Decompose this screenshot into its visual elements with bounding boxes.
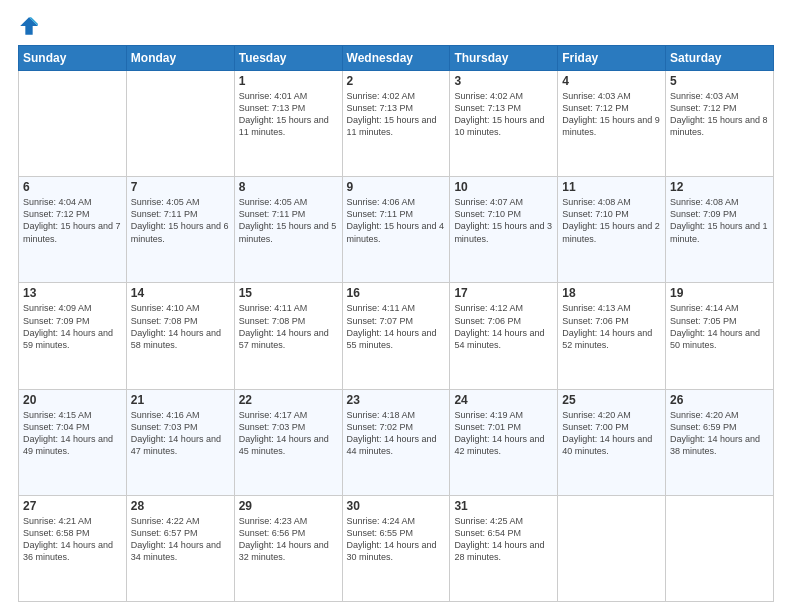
day-number: 13	[23, 286, 122, 300]
day-info: Sunrise: 4:04 AMSunset: 7:12 PMDaylight:…	[23, 196, 122, 245]
calendar-cell: 21Sunrise: 4:16 AMSunset: 7:03 PMDayligh…	[126, 389, 234, 495]
calendar-cell: 6Sunrise: 4:04 AMSunset: 7:12 PMDaylight…	[19, 177, 127, 283]
calendar-cell: 7Sunrise: 4:05 AMSunset: 7:11 PMDaylight…	[126, 177, 234, 283]
day-info: Sunrise: 4:03 AMSunset: 7:12 PMDaylight:…	[670, 90, 769, 139]
weekday-header-tuesday: Tuesday	[234, 46, 342, 71]
week-row-4: 20Sunrise: 4:15 AMSunset: 7:04 PMDayligh…	[19, 389, 774, 495]
day-info: Sunrise: 4:23 AMSunset: 6:56 PMDaylight:…	[239, 515, 338, 564]
day-info: Sunrise: 4:19 AMSunset: 7:01 PMDaylight:…	[454, 409, 553, 458]
day-number: 1	[239, 74, 338, 88]
day-info: Sunrise: 4:18 AMSunset: 7:02 PMDaylight:…	[347, 409, 446, 458]
day-info: Sunrise: 4:24 AMSunset: 6:55 PMDaylight:…	[347, 515, 446, 564]
week-row-5: 27Sunrise: 4:21 AMSunset: 6:58 PMDayligh…	[19, 495, 774, 601]
day-number: 14	[131, 286, 230, 300]
day-number: 11	[562, 180, 661, 194]
page: SundayMondayTuesdayWednesdayThursdayFrid…	[0, 0, 792, 612]
calendar-cell: 22Sunrise: 4:17 AMSunset: 7:03 PMDayligh…	[234, 389, 342, 495]
day-number: 22	[239, 393, 338, 407]
day-info: Sunrise: 4:21 AMSunset: 6:58 PMDaylight:…	[23, 515, 122, 564]
day-info: Sunrise: 4:16 AMSunset: 7:03 PMDaylight:…	[131, 409, 230, 458]
day-number: 21	[131, 393, 230, 407]
calendar-cell: 29Sunrise: 4:23 AMSunset: 6:56 PMDayligh…	[234, 495, 342, 601]
calendar-cell: 30Sunrise: 4:24 AMSunset: 6:55 PMDayligh…	[342, 495, 450, 601]
day-info: Sunrise: 4:06 AMSunset: 7:11 PMDaylight:…	[347, 196, 446, 245]
day-number: 29	[239, 499, 338, 513]
weekday-header-sunday: Sunday	[19, 46, 127, 71]
calendar-cell: 12Sunrise: 4:08 AMSunset: 7:09 PMDayligh…	[666, 177, 774, 283]
calendar-cell: 25Sunrise: 4:20 AMSunset: 7:00 PMDayligh…	[558, 389, 666, 495]
day-info: Sunrise: 4:09 AMSunset: 7:09 PMDaylight:…	[23, 302, 122, 351]
logo-icon	[18, 15, 40, 37]
calendar-cell: 23Sunrise: 4:18 AMSunset: 7:02 PMDayligh…	[342, 389, 450, 495]
day-number: 30	[347, 499, 446, 513]
calendar-cell: 8Sunrise: 4:05 AMSunset: 7:11 PMDaylight…	[234, 177, 342, 283]
day-number: 12	[670, 180, 769, 194]
calendar-cell	[19, 71, 127, 177]
day-number: 8	[239, 180, 338, 194]
day-number: 28	[131, 499, 230, 513]
day-info: Sunrise: 4:08 AMSunset: 7:09 PMDaylight:…	[670, 196, 769, 245]
calendar-cell: 17Sunrise: 4:12 AMSunset: 7:06 PMDayligh…	[450, 283, 558, 389]
day-info: Sunrise: 4:20 AMSunset: 6:59 PMDaylight:…	[670, 409, 769, 458]
calendar-cell: 15Sunrise: 4:11 AMSunset: 7:08 PMDayligh…	[234, 283, 342, 389]
day-info: Sunrise: 4:01 AMSunset: 7:13 PMDaylight:…	[239, 90, 338, 139]
day-number: 7	[131, 180, 230, 194]
day-number: 27	[23, 499, 122, 513]
day-number: 17	[454, 286, 553, 300]
day-info: Sunrise: 4:22 AMSunset: 6:57 PMDaylight:…	[131, 515, 230, 564]
day-number: 24	[454, 393, 553, 407]
calendar-cell: 24Sunrise: 4:19 AMSunset: 7:01 PMDayligh…	[450, 389, 558, 495]
day-info: Sunrise: 4:15 AMSunset: 7:04 PMDaylight:…	[23, 409, 122, 458]
day-number: 3	[454, 74, 553, 88]
week-row-2: 6Sunrise: 4:04 AMSunset: 7:12 PMDaylight…	[19, 177, 774, 283]
calendar-cell: 13Sunrise: 4:09 AMSunset: 7:09 PMDayligh…	[19, 283, 127, 389]
svg-marker-0	[20, 17, 38, 35]
day-info: Sunrise: 4:11 AMSunset: 7:08 PMDaylight:…	[239, 302, 338, 351]
weekday-header-row: SundayMondayTuesdayWednesdayThursdayFrid…	[19, 46, 774, 71]
day-info: Sunrise: 4:07 AMSunset: 7:10 PMDaylight:…	[454, 196, 553, 245]
calendar-cell: 1Sunrise: 4:01 AMSunset: 7:13 PMDaylight…	[234, 71, 342, 177]
day-number: 4	[562, 74, 661, 88]
day-info: Sunrise: 4:17 AMSunset: 7:03 PMDaylight:…	[239, 409, 338, 458]
calendar-cell: 26Sunrise: 4:20 AMSunset: 6:59 PMDayligh…	[666, 389, 774, 495]
day-number: 2	[347, 74, 446, 88]
calendar-cell: 14Sunrise: 4:10 AMSunset: 7:08 PMDayligh…	[126, 283, 234, 389]
calendar-cell: 10Sunrise: 4:07 AMSunset: 7:10 PMDayligh…	[450, 177, 558, 283]
calendar: SundayMondayTuesdayWednesdayThursdayFrid…	[18, 45, 774, 602]
day-number: 18	[562, 286, 661, 300]
calendar-cell: 16Sunrise: 4:11 AMSunset: 7:07 PMDayligh…	[342, 283, 450, 389]
calendar-cell: 27Sunrise: 4:21 AMSunset: 6:58 PMDayligh…	[19, 495, 127, 601]
calendar-cell: 3Sunrise: 4:02 AMSunset: 7:13 PMDaylight…	[450, 71, 558, 177]
weekday-header-monday: Monday	[126, 46, 234, 71]
header	[18, 15, 774, 37]
logo	[18, 15, 44, 37]
day-info: Sunrise: 4:14 AMSunset: 7:05 PMDaylight:…	[670, 302, 769, 351]
calendar-cell: 9Sunrise: 4:06 AMSunset: 7:11 PMDaylight…	[342, 177, 450, 283]
weekday-header-wednesday: Wednesday	[342, 46, 450, 71]
calendar-cell: 20Sunrise: 4:15 AMSunset: 7:04 PMDayligh…	[19, 389, 127, 495]
day-number: 20	[23, 393, 122, 407]
day-info: Sunrise: 4:12 AMSunset: 7:06 PMDaylight:…	[454, 302, 553, 351]
week-row-1: 1Sunrise: 4:01 AMSunset: 7:13 PMDaylight…	[19, 71, 774, 177]
weekday-header-thursday: Thursday	[450, 46, 558, 71]
calendar-cell: 31Sunrise: 4:25 AMSunset: 6:54 PMDayligh…	[450, 495, 558, 601]
day-info: Sunrise: 4:11 AMSunset: 7:07 PMDaylight:…	[347, 302, 446, 351]
day-number: 15	[239, 286, 338, 300]
calendar-cell: 4Sunrise: 4:03 AMSunset: 7:12 PMDaylight…	[558, 71, 666, 177]
day-info: Sunrise: 4:25 AMSunset: 6:54 PMDaylight:…	[454, 515, 553, 564]
weekday-header-saturday: Saturday	[666, 46, 774, 71]
day-info: Sunrise: 4:20 AMSunset: 7:00 PMDaylight:…	[562, 409, 661, 458]
day-number: 25	[562, 393, 661, 407]
day-info: Sunrise: 4:02 AMSunset: 7:13 PMDaylight:…	[454, 90, 553, 139]
day-info: Sunrise: 4:08 AMSunset: 7:10 PMDaylight:…	[562, 196, 661, 245]
day-info: Sunrise: 4:10 AMSunset: 7:08 PMDaylight:…	[131, 302, 230, 351]
day-number: 23	[347, 393, 446, 407]
weekday-header-friday: Friday	[558, 46, 666, 71]
calendar-cell: 5Sunrise: 4:03 AMSunset: 7:12 PMDaylight…	[666, 71, 774, 177]
day-number: 19	[670, 286, 769, 300]
day-number: 16	[347, 286, 446, 300]
calendar-cell: 18Sunrise: 4:13 AMSunset: 7:06 PMDayligh…	[558, 283, 666, 389]
day-number: 26	[670, 393, 769, 407]
day-info: Sunrise: 4:13 AMSunset: 7:06 PMDaylight:…	[562, 302, 661, 351]
day-info: Sunrise: 4:05 AMSunset: 7:11 PMDaylight:…	[239, 196, 338, 245]
